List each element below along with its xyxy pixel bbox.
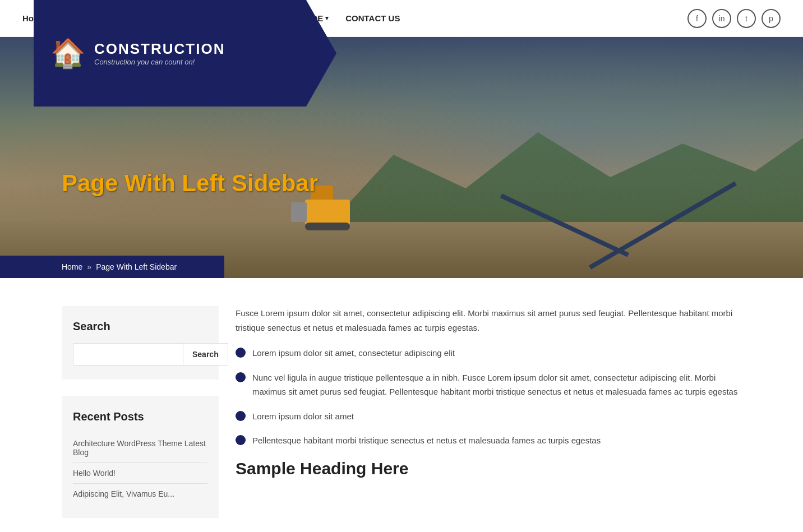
- sidebar: Search Search Recent Posts Architecture …: [62, 306, 219, 518]
- bullet-dot: [236, 435, 246, 445]
- hero-title: Page With Left Sidebar: [62, 170, 318, 197]
- article: Fusce Lorem ipsum dolor sit amet, consec…: [236, 306, 741, 478]
- search-input[interactable]: [73, 343, 183, 366]
- bullet-item: Pellentesque habitant morbi tristique se…: [236, 433, 741, 448]
- recent-post-item[interactable]: Architecture WordPress Theme Latest Blog: [73, 433, 207, 463]
- breadcrumb: Home » Page With Left Sidebar: [0, 256, 224, 278]
- recent-post-item[interactable]: Hello World!: [73, 463, 207, 484]
- bullet-text: Pellentesque habitant morbi tristique se…: [252, 433, 601, 448]
- logo-subtitle: Construction you can count on!: [94, 58, 225, 66]
- nav-item-contact-us[interactable]: CONTACT US: [345, 13, 400, 23]
- bullet-item: Nunc vel ligula in augue tristique pelle…: [236, 371, 741, 399]
- recent-posts-title: Recent Posts: [73, 410, 207, 423]
- search-widget-title: Search: [73, 320, 207, 333]
- pinterest-icon[interactable]: p: [762, 9, 781, 28]
- bullet-text: Lorem ipsum dolor sit amet: [252, 409, 354, 424]
- article-heading: Sample Heading Here: [236, 459, 741, 478]
- article-intro: Fusce Lorem ipsum dolor sit amet, consec…: [236, 306, 741, 335]
- search-widget: Search Search: [62, 306, 219, 380]
- recent-post-item[interactable]: Adipiscing Elit, Vivamus Eu...: [73, 484, 207, 504]
- bulldozer-tracks: [305, 223, 350, 230]
- breadcrumb-home[interactable]: Home: [62, 262, 82, 271]
- facebook-icon[interactable]: f: [687, 9, 707, 28]
- bulldozer-body: [305, 200, 350, 225]
- bulldozer-blade: [291, 202, 307, 222]
- social-icons-group: fintp: [687, 9, 781, 28]
- search-box: Search: [73, 343, 207, 366]
- recent-posts-list: Architecture WordPress Theme Latest Blog…: [73, 433, 207, 504]
- linkedin-icon[interactable]: in: [712, 9, 731, 28]
- bullet-text: Nunc vel ligula in augue tristique pelle…: [252, 371, 741, 399]
- recent-posts-widget: Recent Posts Architecture WordPress Them…: [62, 396, 219, 518]
- logo-icon: 🏠: [50, 39, 85, 67]
- hero-bulldozer: [305, 200, 350, 225]
- logo-shape: 🏠 CONSTRUCTION Construction you can coun…: [34, 0, 336, 107]
- header: HomeABOUT USPAGE▾BLOG▾SERVICESHORTCODE▾C…: [0, 0, 803, 37]
- bullet-dot: [236, 348, 246, 358]
- bullet-item: Lorem ipsum dolor sit amet: [236, 409, 741, 424]
- main-content: Search Search Recent Posts Architecture …: [0, 278, 803, 532]
- bullet-text: Lorem ipsum dolor sit amet, consectetur …: [252, 346, 455, 360]
- search-button[interactable]: Search: [183, 343, 228, 366]
- breadcrumb-separator: »: [87, 262, 91, 271]
- bullet-list: Lorem ipsum dolor sit amet, consectetur …: [236, 346, 741, 448]
- bullet-item: Lorem ipsum dolor sit amet, consectetur …: [236, 346, 741, 360]
- bullet-dot: [236, 372, 246, 382]
- logo-text: CONSTRUCTION Construction you can count …: [94, 40, 225, 66]
- bullet-dot: [236, 411, 246, 421]
- breadcrumb-current: Page With Left Sidebar: [96, 262, 177, 271]
- twitter-icon[interactable]: t: [737, 9, 756, 28]
- logo-title: CONSTRUCTION: [94, 40, 225, 58]
